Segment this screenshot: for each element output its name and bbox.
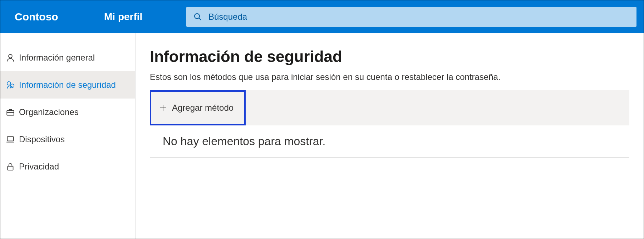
- sidebar-item-label: Organizaciones: [19, 107, 79, 117]
- sidebar-item-security[interactable]: Información de seguridad: [0, 71, 135, 99]
- empty-state-message: No hay elementos para mostrar.: [150, 125, 629, 157]
- sidebar-item-devices[interactable]: Dispositivos: [0, 126, 135, 153]
- briefcase-icon: [5, 107, 15, 117]
- main-content: Información de seguridad Estos son los m…: [136, 33, 644, 239]
- lock-icon: [5, 162, 15, 172]
- page-title: Información de seguridad: [150, 48, 629, 66]
- svg-point-0: [195, 14, 200, 19]
- body: Información general Información de segur…: [0, 33, 644, 239]
- add-method-label: Agregar método: [172, 103, 233, 113]
- search-box[interactable]: [186, 7, 636, 27]
- search-icon: [193, 13, 202, 21]
- sidebar-item-label: Información general: [19, 53, 95, 63]
- sidebar-item-overview[interactable]: Información general: [0, 44, 135, 71]
- person-icon: [5, 53, 15, 63]
- methods-toolbar: Agregar método: [150, 90, 629, 125]
- plus-icon: [159, 104, 167, 112]
- search-input[interactable]: [202, 12, 629, 22]
- sidebar: Información general Información de segur…: [0, 33, 136, 239]
- profile-label[interactable]: Mi perfil: [104, 11, 186, 23]
- sidebar-item-organizations[interactable]: Organizaciones: [0, 99, 135, 126]
- key-icon: [5, 80, 15, 90]
- svg-line-1: [199, 18, 201, 20]
- svg-rect-8: [8, 166, 13, 170]
- svg-rect-5: [7, 111, 14, 115]
- sidebar-item-label: Dispositivos: [19, 134, 65, 144]
- svg-point-3: [7, 82, 11, 85]
- brand-label: Contoso: [15, 11, 104, 23]
- header: Contoso Mi perfil: [0, 0, 644, 33]
- sidebar-item-privacy[interactable]: Privacidad: [0, 153, 135, 180]
- svg-point-2: [9, 54, 12, 58]
- page-subtitle: Estos son los métodos que usa para inici…: [150, 72, 629, 82]
- svg-rect-7: [7, 137, 13, 141]
- add-method-button[interactable]: Agregar método: [150, 90, 246, 125]
- laptop-icon: [5, 134, 15, 144]
- sidebar-item-label: Privacidad: [19, 162, 59, 172]
- sidebar-item-label: Información de seguridad: [19, 80, 116, 90]
- methods-panel: Agregar método No hay elementos para mos…: [150, 90, 629, 158]
